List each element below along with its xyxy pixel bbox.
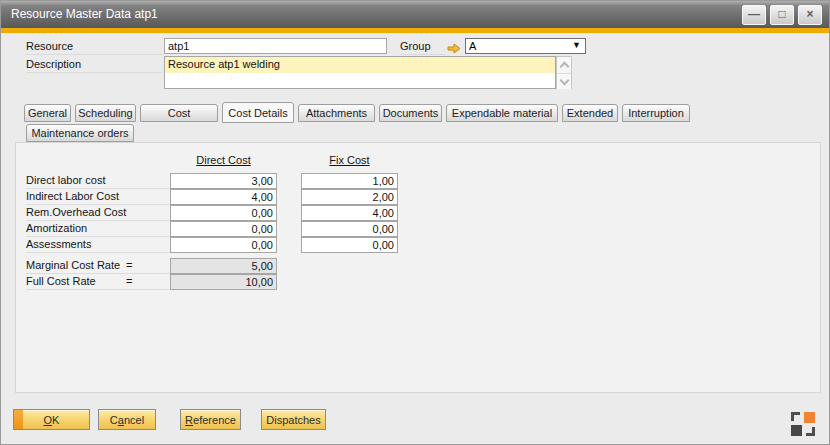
window-controls: — □ × [742, 5, 822, 25]
row-label: Indirect Labor Cost [26, 190, 170, 205]
tab-expendable-material[interactable]: Expendable material [446, 104, 558, 122]
row-label: Marginal Cost Rate [26, 259, 170, 274]
tab-cost-details[interactable]: Cost Details [222, 102, 294, 123]
row-label: Amortization [26, 222, 170, 237]
close-icon[interactable]: × [798, 5, 822, 25]
marginal-cost-rate-value [170, 258, 277, 274]
description-label: Description [26, 58, 162, 73]
row-label: Rem.Overhead Cost [26, 206, 170, 221]
fix-cost-column-header: Fix Cost [301, 154, 398, 166]
minimize-icon[interactable]: — [742, 5, 766, 25]
maximize-icon[interactable]: □ [770, 5, 794, 25]
rem-overhead-cost-direct-input[interactable] [170, 205, 277, 221]
group-selected-value: A [469, 40, 476, 52]
row-label: Full Cost Rate [26, 275, 170, 290]
row-rem-overhead-cost: Rem.Overhead Cost [16, 205, 820, 221]
tab-extended[interactable]: Extended [562, 104, 618, 122]
expand-form-icon[interactable] [790, 411, 816, 437]
tab-bar-row1: General Scheduling Cost Cost Details Att… [24, 104, 694, 123]
row-amortization: Amortization [16, 221, 820, 237]
cancel-button[interactable]: Cancel [98, 409, 156, 430]
reference-button[interactable]: Reference [180, 409, 241, 430]
assessments-fix-input[interactable] [301, 237, 398, 253]
full-cost-rate-value [170, 274, 277, 290]
cost-details-panel: Direct Cost Fix Cost Direct labor cost I… [15, 142, 821, 393]
tab-scheduling[interactable]: Scheduling [75, 104, 136, 122]
description-input[interactable]: Resource atp1 welding [164, 56, 556, 89]
chevron-down-icon [560, 75, 570, 85]
tab-attachments[interactable]: Attachments [298, 104, 375, 122]
chevron-down-icon: ▼ [572, 40, 581, 50]
tab-documents[interactable]: Documents [379, 104, 442, 122]
resource-input[interactable] [164, 38, 387, 54]
dispatches-button[interactable]: Dispatches [261, 409, 326, 430]
row-indirect-labor-cost: Indirect Labor Cost [16, 189, 820, 205]
label-part: R [185, 414, 193, 426]
direct-labor-cost-fix-input[interactable] [301, 173, 398, 189]
resource-label: Resource [26, 40, 162, 55]
scroll-up-button[interactable] [557, 57, 571, 74]
titlebar: Resource Master Data atp1 — □ × [1, 1, 829, 28]
row-assessments: Assessments [16, 237, 820, 253]
label-part: O [44, 414, 53, 426]
label-part: ncel [124, 414, 144, 426]
description-scrollbar[interactable] [556, 56, 572, 89]
group-label: Group [400, 40, 446, 55]
resource-master-data-window: Resource Master Data atp1 — □ × Resource… [0, 0, 830, 445]
direct-labor-cost-direct-input[interactable] [170, 173, 277, 189]
label-part: eference [193, 414, 236, 426]
group-dropdown[interactable]: A ▼ [465, 38, 586, 54]
label-part: C [110, 414, 118, 426]
tab-cost[interactable]: Cost [140, 104, 218, 122]
row-full-cost-rate: Full Cost Rate = [16, 274, 820, 290]
row-label: Assessments [26, 238, 170, 253]
label-part: K [52, 414, 59, 426]
indirect-labor-cost-direct-input[interactable] [170, 189, 277, 205]
accent-stripe [1, 28, 829, 33]
window-title: Resource Master Data atp1 [11, 1, 158, 28]
row-label: Direct labor cost [26, 174, 170, 189]
tab-maintenance-orders[interactable]: Maintenance orders [26, 124, 134, 142]
tab-bar-row2: Maintenance orders [26, 124, 138, 142]
tab-general[interactable]: General [24, 104, 71, 122]
equals-sign: = [126, 275, 132, 287]
scroll-down-button[interactable] [557, 74, 571, 90]
tab-interruption[interactable]: Interruption [622, 104, 690, 122]
label-part: Dispatches [266, 414, 320, 426]
description-text: Resource atp1 welding [165, 57, 555, 73]
amortization-direct-input[interactable] [170, 221, 277, 237]
amortization-fix-input[interactable] [301, 221, 398, 237]
rem-overhead-cost-fix-input[interactable] [301, 205, 398, 221]
equals-sign: = [126, 259, 132, 271]
chevron-up-icon [560, 62, 570, 72]
ok-button[interactable]: OK [13, 409, 90, 430]
assessments-direct-input[interactable] [170, 237, 277, 253]
row-direct-labor-cost: Direct labor cost [16, 173, 820, 189]
row-marginal-cost-rate: Marginal Cost Rate = [16, 258, 820, 274]
indirect-labor-cost-fix-input[interactable] [301, 189, 398, 205]
direct-cost-column-header: Direct Cost [170, 154, 277, 166]
